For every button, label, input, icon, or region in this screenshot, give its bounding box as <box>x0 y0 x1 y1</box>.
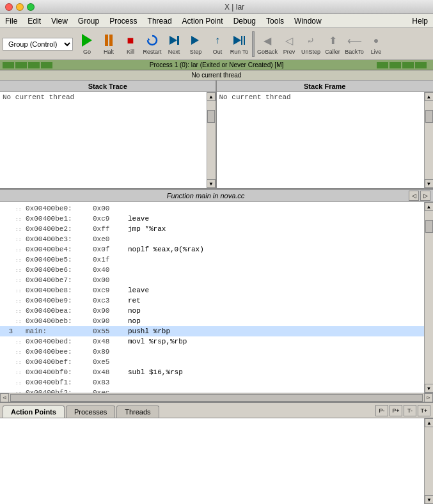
line-address: 0x00400be7: <box>26 276 93 284</box>
goback-button[interactable]: ◀ GoBack <box>257 30 278 58</box>
menu-thread[interactable]: Thread <box>143 15 177 27</box>
code-hscroll-right[interactable]: ▷ <box>424 393 433 402</box>
bottom-scroll-down[interactable]: ▼ <box>425 495 433 504</box>
code-scroll-up[interactable]: ▲ <box>425 202 434 211</box>
group-dropdown[interactable]: Group (Control) <box>3 38 73 51</box>
line-address: 0x00400bf1: <box>26 379 93 386</box>
frame-scroll-thumb[interactable] <box>425 110 433 123</box>
menu-action-point[interactable]: Action Point <box>177 15 228 27</box>
stack-frame-scrollbar[interactable]: ▲ ▼ <box>424 92 433 188</box>
line-hex: 0xc9 <box>93 215 128 223</box>
tab-action-points[interactable]: Action Points <box>3 406 65 418</box>
menu-debug[interactable]: Debug <box>228 15 261 27</box>
thread-plus-button[interactable]: T+ <box>418 405 430 416</box>
action-points-panel <box>0 418 424 504</box>
line-hex: 0x00 <box>93 276 128 284</box>
menu-window[interactable]: Window <box>289 15 327 27</box>
restart-icon <box>145 33 160 48</box>
line-address: 0x00400bea: <box>26 307 93 315</box>
halt-button[interactable]: Halt <box>98 30 119 58</box>
line-address: 0x00400be3: <box>26 235 93 243</box>
line-hex: 0xff <box>93 225 128 233</box>
live-button[interactable]: ● Live <box>366 30 386 58</box>
menu-edit[interactable]: Edit <box>22 15 46 27</box>
backto-icon: ⟵ <box>347 33 362 48</box>
code-hscroll-thumb[interactable] <box>10 394 423 402</box>
code-line: ::0x00400bef:0xe5 <box>0 357 424 367</box>
code-line: ::0x00400bea:0x90nop <box>0 306 424 316</box>
line-dots: :: <box>15 370 26 375</box>
stack-frame-panel: Stack Frame No current thread ▲ ▼ <box>217 81 434 188</box>
progress-blocks-right <box>377 62 430 68</box>
menu-process[interactable]: Process <box>104 15 142 27</box>
toolbar: Group (Control) Go Halt ■ Kill Restart <box>0 28 433 60</box>
code-scrollbar[interactable]: ▲ ▼ <box>424 202 433 393</box>
code-line: ::0x00400bf2:0xec <box>0 388 424 393</box>
line-hex: 0xc3 <box>93 297 128 304</box>
line-dots: :: <box>15 359 26 365</box>
tab-processes[interactable]: Processes <box>66 406 115 418</box>
menu-help[interactable]: Help <box>407 15 433 27</box>
menu-view[interactable]: View <box>46 15 73 27</box>
code-header-title: Function main in nova.cc <box>3 192 409 200</box>
code-content: ::0x00400be0:0x00::0x00400be1:0xc9leave:… <box>0 202 433 393</box>
bottom-scroll-up[interactable]: ▲ <box>425 418 433 427</box>
code-line: ::0x00400be1:0xc9leave <box>0 214 424 224</box>
menu-group[interactable]: Group <box>73 15 104 27</box>
process-minus-button[interactable]: P- <box>375 405 388 416</box>
menu-tools[interactable]: Tools <box>261 15 289 27</box>
code-hscrollbar[interactable]: ◁ ▷ <box>0 393 433 402</box>
stack-frame-text: No current thread <box>219 93 291 101</box>
line-dots: :: <box>15 237 26 242</box>
thread-status-bar: No current thread <box>0 70 433 81</box>
line-dots: :: <box>15 308 26 314</box>
run-to-icon <box>232 33 247 48</box>
thread-status-text: No current thread <box>192 72 242 79</box>
scroll-thumb[interactable] <box>207 110 215 123</box>
line-instruction: movl %rsp,%rbp <box>128 338 187 345</box>
go-button[interactable]: Go <box>77 30 97 58</box>
caller-button[interactable]: ⬆ Caller <box>322 30 343 58</box>
line-instruction: pushl %rbp <box>128 327 170 335</box>
code-hscroll-left[interactable]: ◁ <box>0 393 9 402</box>
svg-rect-6 <box>244 36 245 45</box>
frame-scroll-up[interactable]: ▲ <box>425 92 434 101</box>
stack-frame-content: No current thread <box>217 92 425 188</box>
scroll-down-arrow[interactable]: ▼ <box>207 179 216 188</box>
code-line: ::0x00400be5:0x1f <box>0 255 424 265</box>
backto-button[interactable]: ⟵ BackTo <box>344 30 365 58</box>
code-line: 3 main:0x55pushl %rbp <box>0 326 424 336</box>
line-hex: 0x40 <box>93 266 128 274</box>
next-button[interactable]: Next <box>164 30 184 58</box>
scroll-up-arrow[interactable]: ▲ <box>207 92 216 101</box>
code-scroll-thumb[interactable] <box>425 220 433 233</box>
bottom-scrollbar[interactable]: ▲ ▼ <box>424 418 433 504</box>
thread-minus-button[interactable]: T- <box>404 405 416 416</box>
line-dots: :: <box>15 206 26 212</box>
tab-threads[interactable]: Threads <box>116 406 159 418</box>
close-button[interactable] <box>5 3 13 11</box>
restart-button[interactable]: Restart <box>142 30 162 58</box>
code-nav-next[interactable]: ▷ <box>420 191 430 201</box>
frame-scroll-down[interactable]: ▼ <box>425 179 434 188</box>
unstep-button[interactable]: ⤾ UnStep <box>301 30 321 58</box>
maximize-button[interactable] <box>27 3 35 11</box>
process-plus-button[interactable]: P+ <box>390 405 402 416</box>
code-nav-buttons: ◁ ▷ <box>409 191 430 201</box>
minimize-button[interactable] <box>16 3 24 11</box>
run-to-button[interactable]: Run To <box>229 30 249 58</box>
menu-file[interactable]: File <box>0 15 22 27</box>
out-button[interactable]: ↑ Out <box>207 30 228 58</box>
line-address: 0x00400be4: <box>26 246 93 253</box>
step-icon <box>188 33 203 48</box>
line-address: 0x00400be9: <box>26 297 93 304</box>
step-button[interactable]: Step <box>185 30 206 58</box>
line-dots: :: <box>15 278 26 283</box>
line-address: 0x00400be1: <box>26 215 93 223</box>
prev-button[interactable]: ◁ Prev <box>279 30 299 58</box>
code-scroll-down[interactable]: ▼ <box>425 384 434 393</box>
code-nav-prev[interactable]: ◁ <box>409 191 419 201</box>
stack-trace-scrollbar[interactable]: ▲ ▼ <box>207 92 216 188</box>
line-hex: 0x89 <box>93 348 128 356</box>
kill-button[interactable]: ■ Kill <box>120 30 141 58</box>
